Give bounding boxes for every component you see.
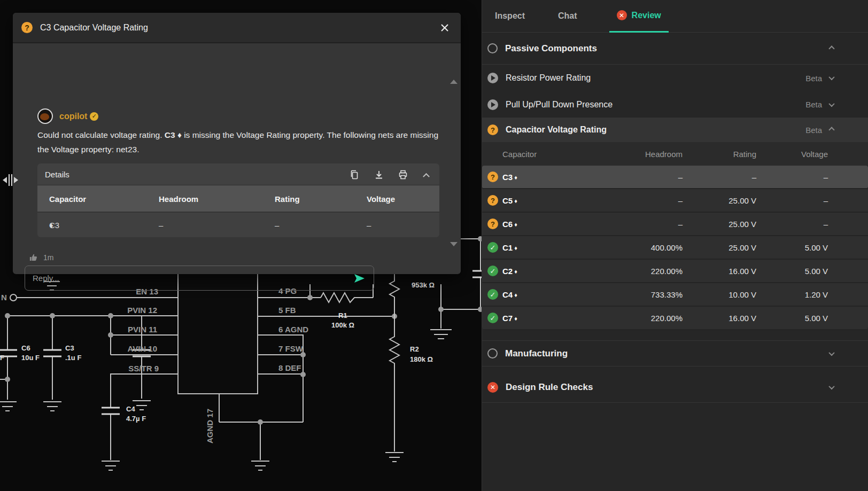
voltage-value: 5.00 V <box>805 243 828 252</box>
download-icon[interactable] <box>373 169 385 181</box>
column-header: Headroom <box>645 150 683 159</box>
capacitor-row[interactable]: ✓C1 ♦400.00%25.00 V5.00 V <box>482 236 868 260</box>
section-label: Manufacturing <box>505 348 568 359</box>
status-ok-icon: ✓ <box>487 313 498 323</box>
column-header: Capacitor <box>502 150 537 159</box>
collapse-details-icon[interactable] <box>420 169 432 181</box>
chevron-down-icon[interactable] <box>828 384 834 389</box>
headroom-value: 220.00% <box>651 267 683 276</box>
scroll-up-icon[interactable] <box>450 80 458 84</box>
copy-icon[interactable] <box>348 169 360 181</box>
capacitor-row[interactable]: ?C3 ♦––– <box>482 166 868 189</box>
capacitor-row[interactable]: ✓C2 ♦220.00%16.00 V5.00 V <box>482 260 868 283</box>
panel-resize-handle[interactable] <box>3 174 18 186</box>
schematic-label: 7 FSW <box>278 344 304 353</box>
capacitor-row[interactable]: ?C5 ♦–25.00 V– <box>482 189 868 213</box>
beta-badge: Beta <box>805 74 822 83</box>
capacitor-row[interactable]: ✓C4 ♦733.33%10.00 V1.20 V <box>482 283 868 307</box>
check-pullup-pulldown[interactable]: Pull Up/Pull Down Presence Beta <box>482 91 868 118</box>
tab-bar: Inspect Chat ✕ Review <box>482 0 868 33</box>
dialog-header[interactable]: ? C3 Capacitor Voltage Rating <box>13 13 461 43</box>
scroll-down-icon[interactable] <box>450 242 458 246</box>
message-meta-row: 1m <box>29 253 53 262</box>
voltage-value: 1.20 V <box>805 290 828 299</box>
headroom-value: – <box>678 196 683 205</box>
tab-chat[interactable]: Chat <box>558 11 577 21</box>
warning-question-icon: ? <box>21 22 33 33</box>
voltage-value: – <box>824 220 828 229</box>
schematic-label: AVIN 10 <box>127 344 157 353</box>
send-icon[interactable] <box>352 271 366 285</box>
chevron-down-icon[interactable] <box>828 74 834 80</box>
headroom-value: 400.00% <box>651 243 683 252</box>
status-pending-icon <box>487 348 498 358</box>
status-warning-icon: ? <box>487 219 498 229</box>
column-header: Headroom <box>159 194 198 203</box>
thumbs-up-icon[interactable] <box>29 253 38 262</box>
status-warning-icon: ? <box>487 195 498 206</box>
schematic-label: PVIN 11 <box>128 325 157 334</box>
check-label: Pull Up/Pull Down Presence <box>506 100 613 110</box>
rating-value: – <box>752 173 756 182</box>
resize-bar <box>9 174 10 186</box>
reply-input[interactable] <box>33 274 352 283</box>
capacitor-row[interactable]: ✓C7 ♦220.00%16.00 V5.00 V <box>482 307 868 330</box>
review-panel: Inspect Chat ✕ Review Passive Components… <box>482 0 868 491</box>
details-label: Details <box>45 170 69 179</box>
details-table-row[interactable]: C3 ♦ – – – <box>37 213 439 237</box>
chevron-up-icon[interactable] <box>828 45 834 51</box>
schematic-label: .1u F <box>65 354 81 362</box>
comment-message: Could not calculate voltage rating. C3 ♦… <box>37 128 444 157</box>
run-check-icon[interactable] <box>487 73 498 83</box>
schematic-label: R1 <box>338 311 347 319</box>
details-header-bar[interactable]: Details <box>37 163 439 185</box>
diamond-icon: ♦ <box>513 198 517 204</box>
details-panel: Details <box>37 163 439 237</box>
chevron-up-icon[interactable] <box>828 127 834 133</box>
schematic-label: F <box>0 354 4 362</box>
capacitor-row[interactable]: ?C6 ♦–25.00 V– <box>482 213 868 236</box>
check-resistor-power-rating[interactable]: Resistor Power Rating Beta <box>482 65 868 91</box>
comment-dialog: ? C3 Capacitor Voltage Rating copilot ✓ … <box>13 13 461 274</box>
resize-left-arrow-icon <box>3 177 7 183</box>
close-icon[interactable] <box>438 21 451 34</box>
rating-value: – <box>275 221 279 230</box>
check-label: Resistor Power Rating <box>506 73 591 83</box>
author-name: copilot <box>59 112 87 121</box>
section-passive-components[interactable]: Passive Components <box>482 33 868 65</box>
chevron-down-icon[interactable] <box>828 349 834 355</box>
tab-inspect[interactable]: Inspect <box>495 11 525 21</box>
rating-value: 25.00 V <box>728 220 756 229</box>
beta-badge: Beta <box>805 100 822 109</box>
capacitor-table: ?C3 ♦–––?C5 ♦–25.00 V–?C6 ♦–25.00 V–✓C1 … <box>482 166 868 330</box>
warning-question-icon: ? <box>487 124 498 135</box>
app-window: NEN 13PVIN 12PVIN 11AVIN 10SS/TR 94 PG5 … <box>0 0 868 491</box>
rating-value: 10.00 V <box>728 290 756 299</box>
chevron-down-icon[interactable] <box>828 100 834 106</box>
tab-review-label: Review <box>632 11 661 20</box>
schematic-label: SS/TR 9 <box>128 364 159 373</box>
schematic-label: 4.7µ F <box>126 415 146 423</box>
capacitor-ref: C2 ♦ <box>502 267 517 276</box>
column-header: Rating <box>733 150 756 159</box>
reply-box <box>25 266 374 291</box>
run-check-icon[interactable] <box>487 99 498 110</box>
check-capacitor-voltage-rating[interactable]: ? Capacitor Voltage Rating Beta <box>482 118 868 142</box>
rating-value: 16.00 V <box>728 314 756 323</box>
dialog-body: copilot ✓ Could not calculate voltage ra… <box>13 43 461 273</box>
section-label: Passive Components <box>505 43 597 54</box>
section-manufacturing[interactable]: Manufacturing <box>482 340 868 367</box>
voltage-value: – <box>367 221 371 230</box>
voltage-value: – <box>824 173 828 182</box>
rating-value: 25.00 V <box>728 243 756 252</box>
print-icon[interactable] <box>397 169 409 181</box>
diamond-icon: ♦ <box>513 245 517 251</box>
beta-badge: Beta <box>805 126 822 135</box>
tab-review[interactable]: ✕ Review <box>609 0 669 33</box>
column-header: Voltage <box>801 150 828 159</box>
error-icon: ✕ <box>487 382 498 393</box>
dialog-title: C3 Capacitor Voltage Rating <box>40 23 148 33</box>
voltage-value: – <box>824 196 828 205</box>
section-label: Design Rule Checks <box>506 382 593 393</box>
section-design-rule-checks[interactable]: ✕ Design Rule Checks <box>482 372 868 403</box>
